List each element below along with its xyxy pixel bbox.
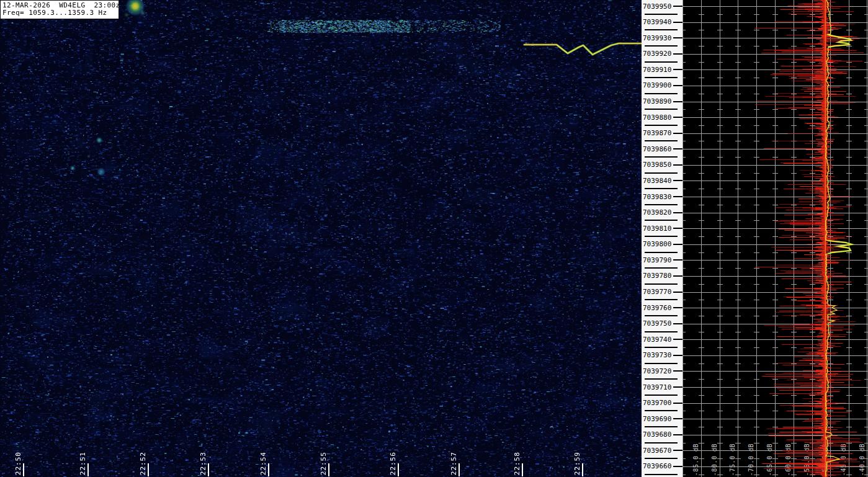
frequency-label: 7039930 — [643, 35, 671, 42]
time-tick — [268, 463, 269, 476]
frequency-half-tick — [645, 93, 678, 94]
frequency-half-tick — [645, 410, 678, 411]
time-label: 22:57 — [450, 452, 458, 475]
time-tick — [328, 463, 329, 476]
frequency-major-tick — [673, 164, 682, 166]
frequency-label: 7039850 — [643, 161, 671, 168]
time-label: 22:56 — [389, 452, 397, 475]
time-label: 22:50 — [14, 452, 22, 475]
frequency-half-tick — [645, 77, 678, 78]
frequency-label: 7039830 — [643, 194, 671, 200]
frequency-major-tick — [673, 212, 682, 213]
time-label: 22:52 — [139, 452, 147, 475]
frequency-label: 7039710 — [643, 384, 671, 391]
frequency-major-tick — [673, 22, 682, 23]
frequency-major-tick — [673, 117, 682, 118]
frequency-major-tick — [673, 403, 682, 404]
frequency-major-tick — [673, 418, 682, 419]
frequency-half-tick — [645, 188, 678, 189]
frequency-major-tick — [673, 133, 682, 134]
frequency-half-tick — [645, 172, 678, 174]
frequency-major-tick — [673, 466, 682, 467]
time-label: 22:58 — [513, 452, 521, 475]
frequency-half-tick — [645, 125, 678, 126]
frequency-half-tick — [645, 331, 678, 332]
frequency-label: 7039750 — [643, 320, 671, 327]
time-tick — [23, 463, 24, 476]
frequency-label: 7039800 — [643, 241, 671, 247]
frequency-major-tick — [673, 259, 682, 261]
frequency-half-tick — [645, 442, 678, 444]
frequency-half-tick — [645, 204, 678, 205]
frequency-half-tick — [645, 474, 678, 475]
frequency-half-tick — [645, 395, 678, 396]
frequency-label: 7039720 — [643, 368, 671, 375]
frequency-label: 7039840 — [643, 177, 671, 184]
frequency-label: 7039820 — [643, 209, 671, 216]
frequency-label: 7039900 — [643, 82, 671, 89]
frequency-label: 7039880 — [643, 114, 671, 121]
frequency-label: 7039770 — [643, 288, 671, 295]
frequency-half-tick — [645, 140, 678, 141]
frequency-label: 7039940 — [643, 19, 671, 25]
frequency-half-tick — [645, 45, 678, 47]
time-label: 22:59 — [573, 452, 581, 475]
frequency-half-tick — [645, 363, 678, 364]
frequency-major-tick — [673, 307, 682, 308]
frequency-major-tick — [673, 196, 682, 197]
frequency-major-tick — [673, 148, 682, 149]
frequency-half-tick — [645, 426, 678, 427]
frequency-major-tick — [673, 355, 682, 356]
frequency-label: 7039730 — [643, 352, 671, 359]
frequency-major-tick — [673, 85, 682, 86]
frequency-half-tick — [645, 14, 678, 15]
frequency-label: 7039670 — [643, 447, 671, 454]
frequency-half-tick — [645, 252, 678, 253]
frequency-major-tick — [673, 53, 682, 55]
frequency-major-tick — [673, 339, 682, 340]
frequency-label: 7039760 — [643, 305, 671, 311]
frequency-major-tick — [673, 323, 682, 324]
frequency-label: 7039810 — [643, 225, 671, 232]
header-freq-range-line: Freq= 1059.3...1359.3 Hz — [2, 9, 117, 17]
time-tick — [459, 463, 460, 476]
frequency-half-tick — [645, 347, 678, 348]
frequency-scale: 7039950703994070399307039920703991070399… — [642, 0, 682, 477]
time-label: 22:54 — [259, 452, 267, 475]
frequency-half-tick — [645, 156, 678, 158]
frequency-major-tick — [673, 180, 682, 181]
frequency-label: 7039920 — [643, 50, 671, 57]
time-tick — [522, 463, 523, 476]
header-info-box: 12-MAR-2026 WD4ELG 23:00z Freq= 1059.3..… — [0, 0, 119, 19]
frequency-label: 7039700 — [643, 399, 671, 406]
frequency-major-tick — [673, 6, 682, 7]
frequency-half-tick — [645, 109, 678, 110]
time-label: 22:51 — [79, 452, 87, 475]
frequency-major-tick — [673, 434, 682, 435]
frequency-half-tick — [645, 378, 678, 380]
frequency-label: 7039780 — [643, 272, 671, 279]
frequency-half-tick — [645, 458, 678, 459]
frequency-half-tick — [645, 299, 678, 300]
frequency-major-tick — [673, 292, 682, 293]
frequency-label: 7039790 — [643, 257, 671, 264]
frequency-major-tick — [673, 244, 682, 245]
frequency-major-tick — [673, 37, 682, 38]
frequency-label: 7039870 — [643, 130, 671, 136]
spectrum-trace-canvas — [682, 0, 868, 477]
frequency-half-tick — [645, 315, 678, 316]
time-tick — [148, 463, 149, 476]
frequency-major-tick — [673, 450, 682, 451]
time-tick — [582, 463, 583, 476]
time-tick — [87, 463, 89, 476]
frequency-half-tick — [645, 29, 678, 30]
frequency-major-tick — [673, 101, 682, 102]
frequency-label: 7039740 — [643, 336, 671, 343]
frequency-half-tick — [645, 61, 678, 63]
time-axis: 22:5022:5122:5222:5322:5422:5522:5622:57… — [0, 0, 642, 477]
frequency-label: 7039660 — [643, 463, 671, 470]
frequency-half-tick — [645, 267, 678, 269]
frequency-half-tick — [645, 220, 678, 221]
time-label: 22:53 — [199, 452, 207, 475]
frequency-major-tick — [673, 69, 682, 70]
